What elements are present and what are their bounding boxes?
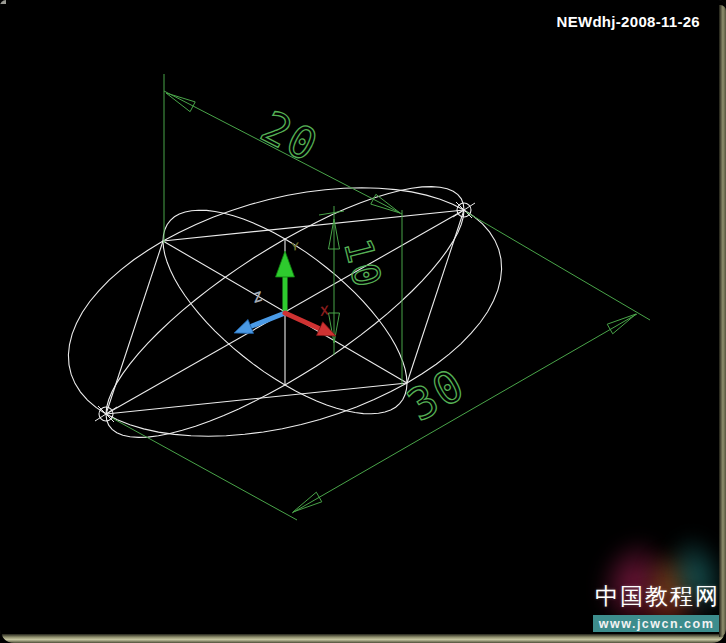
watermark-top-right: NEWdhj-2008-11-26 <box>557 13 700 30</box>
dim-line-10 <box>319 211 344 215</box>
corner-speck <box>0 0 6 4</box>
dim-text-10: 10 <box>335 234 390 293</box>
dim-arrowhead <box>166 93 195 112</box>
site-name-watermark: 中国教程网 <box>595 581 721 612</box>
cad-canvas[interactable]: 201030YZX <box>0 0 726 643</box>
cad-screenshot-frame: 201030YZX NEWdhj-2008-11-26 中国教程网 www.jc… <box>0 0 726 643</box>
dim-line-30 <box>112 418 297 520</box>
dim-arrowhead <box>293 492 322 512</box>
dim-line-30 <box>292 314 637 513</box>
ucs-axis-head-Z <box>234 319 254 333</box>
ucs-label-Y: Y <box>290 240 301 253</box>
frame-right-edge <box>719 5 726 637</box>
ucs-axis-head-X <box>317 322 337 336</box>
center-marker-tick <box>456 202 472 218</box>
ucs-axis-head-Y <box>276 251 295 277</box>
dim-line-30 <box>466 212 650 320</box>
site-url-bar: www.jcwcn.com <box>593 615 720 632</box>
center-marker-tick <box>98 406 114 422</box>
ucs-label-Z: Z <box>250 288 264 306</box>
dim-text-20: 20 <box>253 100 327 171</box>
ucs-axis-shaft-Z <box>252 313 285 326</box>
ucs-axis-shaft-X <box>285 313 318 328</box>
site-url: www.jcwcn.com <box>599 617 715 631</box>
ucs-label-X: X <box>318 302 332 319</box>
dim-text-30: 30 <box>399 358 474 431</box>
frame-bottom-edge <box>2 634 724 643</box>
